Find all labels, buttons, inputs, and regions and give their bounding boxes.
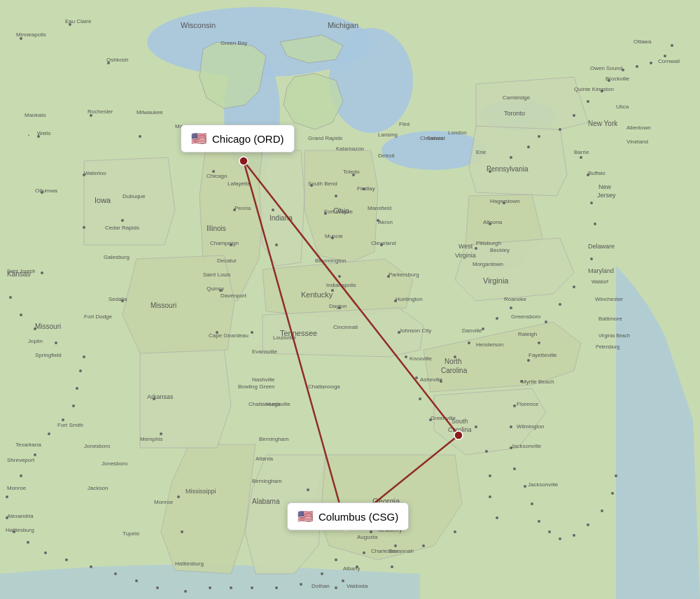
svg-text:Dothan: Dothan (312, 583, 330, 589)
svg-text:Danville: Danville (462, 327, 482, 334)
svg-text:Saint Louis: Saint Louis (203, 272, 231, 278)
svg-text:Florence: Florence (517, 401, 539, 407)
svg-point-134 (475, 425, 477, 428)
svg-point-57 (559, 128, 561, 131)
svg-text:Alexandria: Alexandria (7, 513, 34, 519)
svg-text:Huntington: Huntington (396, 296, 423, 302)
columbus-label: Columbus (CSG) (318, 511, 398, 523)
svg-point-118 (48, 432, 50, 435)
svg-point-87 (573, 534, 575, 537)
svg-text:Johnson City: Johnson City (399, 327, 431, 334)
svg-point-29 (335, 195, 337, 197)
columbus-tooltip: 🇺🇸 Columbus (CSG) (287, 502, 409, 530)
svg-point-137 (489, 495, 491, 498)
svg-point-40 (405, 355, 407, 358)
svg-text:West: West (458, 243, 473, 250)
svg-text:Roanoke: Roanoke (504, 296, 527, 302)
columbus-flag: 🇺🇸 (298, 509, 313, 524)
svg-text:Tupelo: Tupelo (122, 530, 140, 537)
svg-point-111 (44, 551, 47, 554)
svg-point-50 (475, 247, 477, 250)
svg-point-42 (419, 397, 421, 400)
svg-text:Rochester: Rochester (88, 108, 113, 115)
svg-point-66 (671, 44, 673, 47)
svg-point-126 (20, 313, 22, 316)
svg-text:Waldorf: Waldorf (592, 279, 608, 284)
svg-text:Henderson: Henderson (476, 341, 503, 348)
svg-point-47 (482, 327, 484, 330)
svg-point-41 (415, 376, 418, 379)
svg-point-116 (20, 474, 22, 477)
svg-point-103 (230, 586, 232, 589)
svg-point-115 (6, 495, 8, 498)
svg-text:Monroe: Monroe (7, 485, 27, 491)
svg-text:Ottumwa: Ottumwa (35, 188, 58, 194)
svg-point-86 (559, 537, 561, 540)
svg-point-122 (79, 369, 82, 372)
svg-text:Hattiesburg: Hattiesburg (175, 561, 204, 567)
svg-text:New York: New York (588, 120, 618, 127)
svg-text:Winchester: Winchester (595, 296, 623, 302)
svg-point-119 (62, 418, 64, 421)
svg-text:North: North (444, 358, 461, 365)
svg-point-3 (329, 28, 413, 133)
svg-text:Vineland: Vineland (626, 139, 648, 145)
svg-text:Birmingham: Birmingham (259, 436, 289, 442)
svg-text:Toronto: Toronto (504, 110, 525, 117)
svg-text:Myrtle Beach: Myrtle Beach (522, 379, 554, 385)
svg-text:Buffalo: Buffalo (588, 170, 606, 176)
svg-point-99 (321, 572, 323, 575)
svg-text:Minneapolis: Minneapolis (16, 31, 46, 38)
svg-point-130 (177, 495, 180, 498)
svg-point-121 (76, 387, 78, 390)
svg-point-140 (422, 544, 425, 547)
svg-text:Virginia Beach: Virginia Beach (598, 333, 630, 339)
svg-text:Missouri: Missouri (150, 302, 176, 309)
svg-point-58 (573, 114, 575, 117)
svg-text:Wisconsin: Wisconsin (181, 21, 216, 29)
svg-text:Charleston: Charleston (371, 548, 398, 554)
svg-text:Carolina: Carolina (448, 426, 472, 433)
map-container: Wisconsin Michigan Iowa Illinois Indiana… (0, 0, 700, 599)
svg-text:Monroe: Monroe (154, 499, 174, 505)
svg-point-71 (590, 258, 593, 260)
svg-point-78 (513, 404, 516, 407)
svg-text:Hattiesburg: Hattiesburg (6, 527, 34, 533)
chicago-tooltip: 🇺🇸 Chicago (ORD) (181, 125, 295, 153)
svg-point-74 (545, 320, 547, 323)
svg-text:Louisville: Louisville (273, 334, 296, 341)
svg-point-131 (181, 530, 183, 533)
svg-point-24 (272, 209, 274, 211)
svg-text:Detroit: Detroit (378, 153, 395, 159)
svg-text:Grand Rapids: Grand Rapids (308, 135, 342, 141)
svg-point-129 (160, 432, 162, 435)
svg-text:Greenville: Greenville (430, 415, 456, 421)
svg-point-96 (335, 586, 337, 589)
svg-text:Parkersburg: Parkersburg (388, 272, 419, 278)
svg-text:Virginia: Virginia (455, 252, 476, 259)
svg-text:Chattanooga: Chattanooga (308, 383, 340, 390)
svg-text:Findlay: Findlay (357, 185, 375, 192)
svg-text:Carolina: Carolina (441, 367, 468, 374)
svg-text:Wilmington: Wilmington (517, 423, 545, 430)
svg-text:Mansfield: Mansfield (368, 205, 391, 211)
svg-point-73 (559, 303, 561, 306)
svg-text:Cleveland: Cleveland (371, 240, 396, 246)
svg-point-91 (615, 474, 617, 477)
svg-point-139 (454, 530, 456, 533)
svg-text:South Bend: South Bend (308, 181, 337, 187)
svg-point-65 (664, 55, 666, 57)
svg-point-16 (121, 219, 124, 222)
svg-point-100 (300, 583, 302, 586)
svg-text:Fort Smith: Fort Smith (57, 422, 83, 428)
svg-text:Fayetteville: Fayetteville (528, 352, 557, 358)
svg-text:Jonesboro: Jonesboro (84, 443, 111, 449)
svg-text:Toledo: Toledo (343, 169, 360, 175)
svg-text:Fort Wayne: Fort Wayne (324, 209, 354, 215)
svg-point-138 (496, 516, 498, 519)
svg-text:Mankato: Mankato (24, 112, 46, 118)
svg-point-117 (34, 453, 36, 456)
svg-point-109 (90, 565, 92, 568)
svg-text:Decatur: Decatur (217, 258, 237, 264)
svg-text:Muncie: Muncie (325, 233, 343, 239)
